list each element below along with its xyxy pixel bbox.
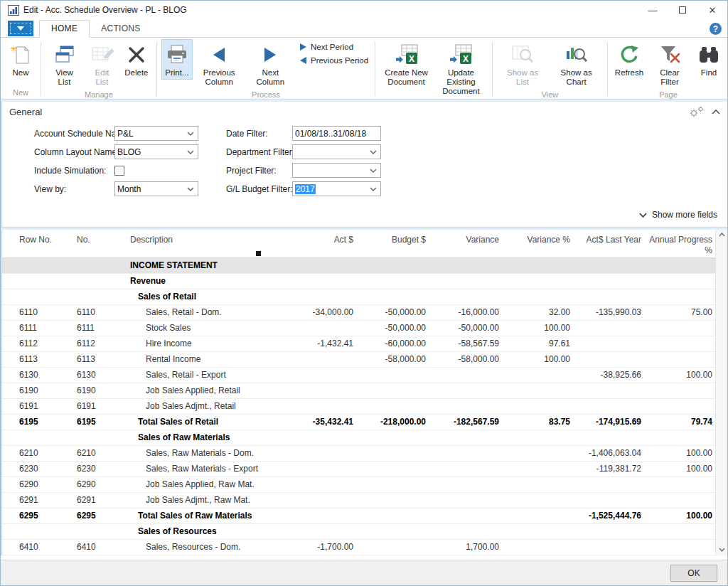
table-row[interactable]: INCOME STATEMENT bbox=[2, 258, 717, 274]
next-column-button[interactable]: Next Column bbox=[246, 39, 295, 89]
table-row[interactable]: 6290 6290 Job Sales Applied, Raw Mat. bbox=[2, 477, 717, 493]
vertical-scrollbar[interactable] bbox=[715, 230, 727, 555]
cell-variance bbox=[430, 446, 503, 461]
cell-no: 6111 bbox=[59, 321, 116, 336]
view-by-select[interactable]: Month bbox=[114, 181, 198, 196]
show-as-list-button[interactable]: Show as List bbox=[497, 39, 548, 89]
application-menu-button[interactable] bbox=[8, 21, 33, 36]
include-simulation-checkbox[interactable] bbox=[114, 166, 124, 176]
scroll-up-icon[interactable] bbox=[719, 232, 725, 238]
column-header-no[interactable]: No. bbox=[59, 230, 116, 245]
table-row[interactable]: 6112 6112 Hire Income -1,432.41 -60,000.… bbox=[2, 336, 717, 352]
general-fasttab: General Account Schedule Name: P&L Date … bbox=[1, 102, 727, 227]
table-row[interactable]: 6111 6111 Stock Sales -50,000.00 -50,000… bbox=[2, 321, 717, 336]
cell-no bbox=[59, 258, 116, 273]
cell-act-last-year: -38,925.66 bbox=[574, 368, 646, 383]
table-row[interactable]: Sales of Raw Materials bbox=[2, 430, 717, 446]
column-header-budget[interactable]: Budget $ bbox=[358, 230, 430, 245]
view-list-button[interactable]: View List bbox=[46, 39, 83, 89]
collapse-chevron-icon[interactable] bbox=[712, 109, 720, 114]
table-row[interactable]: 6110 6110 Sales, Retail - Dom. -34,000.0… bbox=[2, 305, 717, 321]
cell-no: 6295 bbox=[59, 508, 116, 523]
department-filter-select[interactable] bbox=[292, 144, 381, 159]
create-new-document-button[interactable]: X Create New Document bbox=[380, 39, 433, 89]
column-layout-name-select[interactable]: BLOG bbox=[114, 144, 198, 159]
new-document-icon: ✳ bbox=[10, 43, 31, 67]
date-filter-input[interactable]: 01/08/18..31/08/18 bbox=[292, 126, 381, 141]
cell-budget bbox=[358, 493, 430, 508]
column-header-act[interactable]: Act $ bbox=[287, 230, 358, 245]
find-button[interactable]: Find bbox=[693, 39, 724, 80]
cell-budget bbox=[358, 368, 430, 383]
cell-variance-pct bbox=[503, 446, 574, 461]
chevron-down-icon bbox=[186, 132, 196, 136]
help-icon[interactable]: ? bbox=[710, 23, 722, 35]
cell-row-no bbox=[2, 258, 59, 273]
cell-description: Job Sales Adjmt., Raw Mat. bbox=[116, 493, 287, 508]
gl-budget-filter-select[interactable]: 2017 bbox=[292, 181, 381, 196]
cell-variance bbox=[430, 368, 503, 383]
cell-focus-marker bbox=[256, 251, 261, 256]
table-row[interactable]: Sales of Retail bbox=[2, 289, 717, 305]
column-header-annual-progress[interactable]: Annual Progress % bbox=[646, 230, 717, 256]
maximize-icon[interactable] bbox=[668, 1, 697, 19]
gear-icon[interactable] bbox=[689, 106, 705, 117]
ribbon-group-process: Print... Previous Column Next Column Nex… bbox=[159, 39, 373, 99]
table-row[interactable]: 6113 6113 Rental Income -58,000.00 -58,0… bbox=[2, 352, 717, 368]
new-button[interactable]: ✳ New bbox=[5, 39, 36, 80]
previous-period-button[interactable]: Previous Period bbox=[300, 56, 368, 65]
column-header-variance-pct[interactable]: Variance % bbox=[503, 230, 574, 245]
print-button[interactable]: Print... bbox=[161, 39, 193, 80]
arrow-left-icon bbox=[212, 43, 226, 67]
column-header-act-last-year[interactable]: Act$ Last Year bbox=[574, 230, 646, 245]
table-row[interactable]: 6291 6291 Job Sales Adjmt., Raw Mat. bbox=[2, 493, 717, 508]
column-header-variance[interactable]: Variance bbox=[430, 230, 503, 245]
refresh-button[interactable]: Refresh bbox=[612, 39, 646, 80]
clear-filter-button[interactable]: Clear Filter bbox=[648, 39, 692, 89]
table-body: INCOME STATEMENT Revenue Sales of Retail bbox=[2, 258, 727, 555]
table-row[interactable]: Revenue bbox=[2, 274, 717, 289]
column-header-row-no[interactable]: Row No. bbox=[2, 230, 59, 245]
table-row[interactable]: 6130 6130 Sales, Retail - Export -38,925… bbox=[2, 368, 717, 383]
table-row[interactable]: 6295 6295 Total Sales of Raw Materials -… bbox=[2, 508, 717, 524]
table-row[interactable]: 6195 6195 Total Sales of Retail -35,432.… bbox=[2, 415, 717, 430]
cell-row-no: 6111 bbox=[2, 321, 59, 336]
cell-budget bbox=[358, 383, 430, 398]
chevron-down-icon bbox=[186, 187, 196, 191]
scroll-down-icon[interactable] bbox=[719, 547, 725, 553]
table-row[interactable]: 6230 6230 Sales, Raw Materials - Export … bbox=[2, 462, 717, 477]
minimize-icon[interactable]: — bbox=[638, 1, 668, 19]
edit-list-button[interactable]: Edit List bbox=[85, 39, 119, 89]
ok-button[interactable]: OK bbox=[670, 565, 717, 582]
general-header[interactable]: General bbox=[2, 102, 727, 119]
cell-variance bbox=[430, 383, 503, 398]
cell-act bbox=[287, 446, 358, 461]
column-header-description[interactable]: Description bbox=[116, 230, 287, 245]
ribbon-group-page: Refresh Clear Filter Find Page bbox=[609, 39, 727, 99]
previous-column-button[interactable]: Previous Column bbox=[194, 39, 245, 89]
chevron-down-icon bbox=[639, 213, 647, 218]
table-row[interactable]: Sales of Resources bbox=[2, 524, 717, 540]
next-period-button[interactable]: Next Period bbox=[300, 43, 368, 51]
delete-button[interactable]: Delete bbox=[121, 39, 152, 80]
tab-home[interactable]: HOME bbox=[39, 20, 90, 38]
table-row[interactable]: 6210 6210 Sales, Raw Materials - Dom. -1… bbox=[2, 446, 717, 462]
table-row[interactable]: 6190 6190 Job Sales Applied, Retail bbox=[2, 383, 717, 399]
show-as-chart-button[interactable]: Show as Chart bbox=[550, 39, 603, 89]
cell-act bbox=[287, 274, 358, 289]
tab-actions[interactable]: ACTIONS bbox=[90, 21, 151, 37]
cell-annual-progress bbox=[646, 258, 717, 273]
cell-variance bbox=[430, 493, 503, 508]
cell-act bbox=[287, 477, 358, 492]
table-row[interactable]: 6191 6191 Job Sales Adjmt., Retail bbox=[2, 399, 717, 415]
project-filter-select[interactable] bbox=[292, 163, 381, 178]
cell-act-last-year bbox=[574, 493, 646, 508]
close-icon[interactable]: ✕ bbox=[697, 1, 727, 19]
table-row[interactable]: 6410 6410 Sales, Resources - Dom. -1,700… bbox=[2, 540, 717, 555]
update-existing-document-button[interactable]: X Update Existing Document bbox=[434, 39, 488, 99]
show-more-fields-link[interactable]: Show more fields bbox=[639, 210, 717, 220]
account-schedule-name-select[interactable]: P&L bbox=[114, 126, 198, 141]
cell-description: Rental Income bbox=[116, 352, 287, 367]
cell-annual-progress: 100.00 bbox=[646, 508, 717, 523]
cell-act-last-year bbox=[574, 289, 646, 304]
